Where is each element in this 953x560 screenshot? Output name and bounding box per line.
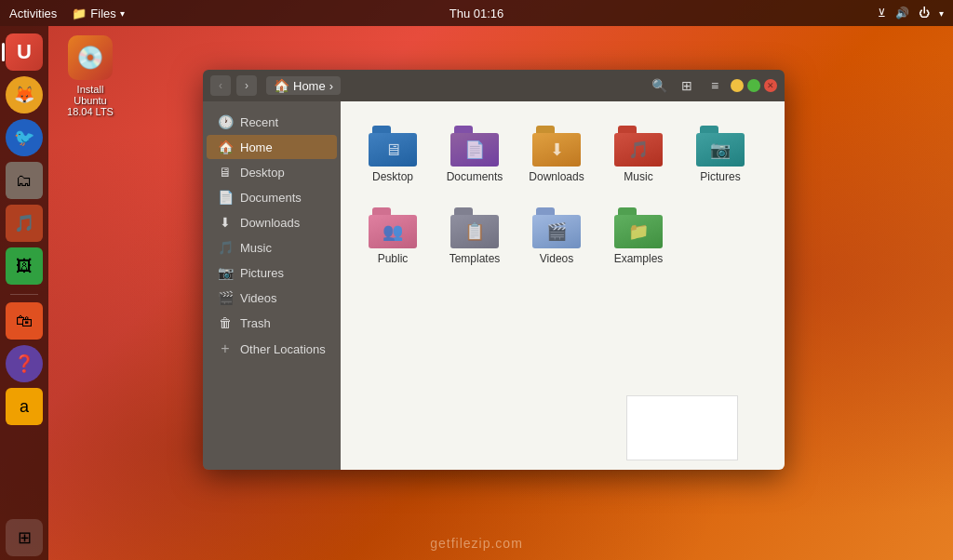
folder-templates-label: Templates: [450, 252, 501, 265]
topbar: Activities 📁 Files ▾ Thu 01:16 ⊻ 🔊 ⏻ ▾: [0, 0, 953, 26]
pictures-icon: 📷: [218, 265, 233, 280]
dock-item-software[interactable]: 🛍: [6, 302, 43, 340]
sidebar-item-documents-label: Documents: [240, 191, 302, 205]
folder-music[interactable]: 🎵 Music: [601, 116, 676, 191]
sidebar-item-home[interactable]: 🏠 Home: [207, 135, 337, 159]
folder-examples-label: Examples: [614, 252, 664, 265]
network-icon[interactable]: ⊻: [878, 7, 886, 20]
sidebar-item-music-label: Music: [240, 241, 272, 255]
sidebar-item-other-locations[interactable]: + Other Locations: [207, 336, 337, 362]
sidebar-item-music[interactable]: 🎵 Music: [207, 235, 337, 260]
window-body: 🕐 Recent 🏠 Home 🖥 Desktop 📄 Documents ⬇ …: [203, 101, 785, 470]
sidebar: 🕐 Recent 🏠 Home 🖥 Desktop 📄 Documents ⬇ …: [203, 101, 341, 470]
show-apps-button[interactable]: ⊞: [6, 519, 43, 556]
home-sidebar-icon: 🏠: [218, 140, 233, 154]
folder-pictures-label: Pictures: [700, 170, 740, 183]
close-button[interactable]: ✕: [764, 79, 777, 92]
sidebar-item-pictures[interactable]: 📷 Pictures: [207, 260, 337, 285]
dock-item-ubuntu[interactable]: U: [6, 33, 43, 71]
sidebar-item-home-label: Home: [240, 140, 273, 154]
dock-item-thunderbird[interactable]: 🐦: [6, 119, 43, 156]
plus-icon: +: [218, 340, 233, 357]
home-icon: 🏠: [274, 78, 289, 93]
sidebar-item-trash[interactable]: 🗑 Trash: [207, 311, 337, 335]
downloads-icon: ⬇: [218, 215, 233, 230]
sidebar-item-desktop-label: Desktop: [240, 166, 285, 180]
view-toggle-button[interactable]: ⊞: [675, 73, 699, 98]
files-menu-icon: 📁: [72, 7, 87, 20]
folder-public[interactable]: 👥 Public: [356, 198, 430, 273]
sidebar-item-recent-label: Recent: [240, 115, 278, 129]
folder-examples-icon: 📁: [614, 207, 663, 248]
folder-templates[interactable]: 📋 Templates: [437, 198, 512, 273]
folder-documents[interactable]: 📄 Documents: [437, 116, 512, 191]
file-manager-window: ‹ › 🏠 Home › 🔍 ⊞ ≡ ✕ 🕐 Recent 🏠: [203, 70, 785, 470]
folder-videos[interactable]: 🎬 Videos: [519, 198, 594, 273]
sidebar-item-desktop[interactable]: 🖥 Desktop: [207, 160, 337, 184]
files-menu-arrow: ▾: [120, 8, 125, 19]
sidebar-item-downloads-label: Downloads: [240, 216, 300, 230]
dock-divider: [10, 294, 38, 295]
dock-item-help[interactable]: ❓: [6, 345, 43, 382]
folder-examples[interactable]: 📁 Examples: [601, 198, 676, 273]
breadcrumb-label: Home: [293, 79, 326, 93]
sidebar-item-downloads[interactable]: ⬇ Downloads: [207, 210, 337, 234]
folder-music-label: Music: [624, 170, 652, 183]
dock-item-amazon[interactable]: a: [6, 388, 43, 425]
sidebar-item-videos[interactable]: 🎬 Videos: [207, 286, 337, 310]
clock: Thu 01:16: [450, 7, 504, 20]
breadcrumb[interactable]: 🏠 Home ›: [266, 76, 341, 95]
folder-downloads-icon: ⬇: [532, 126, 581, 167]
folder-desktop-label: Desktop: [372, 170, 413, 183]
folder-pictures-icon: 📷: [696, 126, 745, 167]
power-icon[interactable]: ⏻: [919, 7, 930, 20]
install-ubuntu-icon-img: 💿: [68, 35, 113, 80]
folder-downloads-label: Downloads: [529, 170, 584, 183]
files-menu[interactable]: 📁 Files ▾: [72, 7, 124, 20]
sound-icon[interactable]: 🔊: [895, 7, 909, 20]
files-menu-label: Files: [90, 7, 115, 20]
install-ubuntu-label: Install Ubuntu 18.04 LTS: [67, 84, 114, 117]
maximize-button[interactable]: [747, 79, 760, 92]
sidebar-item-trash-label: Trash: [240, 316, 271, 330]
sidebar-item-videos-label: Videos: [240, 291, 277, 305]
dock-item-photos[interactable]: 🖼: [6, 247, 43, 285]
activities-button[interactable]: Activities: [9, 7, 57, 20]
folder-desktop-icon: 🖥: [369, 126, 417, 167]
menu-button[interactable]: ≡: [703, 73, 727, 98]
sidebar-item-recent[interactable]: 🕐 Recent: [207, 110, 337, 134]
back-button[interactable]: ‹: [210, 75, 231, 96]
breadcrumb-arrow: ›: [329, 79, 333, 93]
folder-pictures[interactable]: 📷 Pictures: [683, 116, 758, 191]
sidebar-item-documents[interactable]: 📄 Documents: [207, 185, 337, 209]
recent-icon: 🕐: [218, 114, 233, 129]
white-box: [626, 395, 738, 460]
forward-button[interactable]: ›: [236, 75, 257, 96]
sidebar-item-pictures-label: Pictures: [240, 266, 284, 280]
file-grid: 🖥 Desktop 📄 Documents: [356, 116, 770, 273]
sidebar-item-other-locations-label: Other Locations: [240, 342, 326, 356]
dock: U 🦊 🐦 🗂 🎵 🖼 🛍 ❓ a ⊞: [0, 26, 48, 560]
videos-icon: 🎬: [218, 290, 233, 305]
search-button[interactable]: 🔍: [647, 73, 671, 98]
dock-item-firefox[interactable]: 🦊: [6, 76, 43, 113]
folder-documents-icon: 📄: [450, 126, 499, 167]
folder-music-icon: 🎵: [614, 126, 663, 167]
folder-videos-icon: 🎬: [532, 207, 581, 248]
folder-desktop[interactable]: 🖥 Desktop: [356, 116, 430, 191]
minimize-button[interactable]: [731, 79, 744, 92]
music-icon: 🎵: [218, 240, 233, 255]
dock-item-files[interactable]: 🗂: [6, 162, 43, 199]
dock-item-music[interactable]: 🎵: [6, 205, 43, 242]
desktop-icon-sidebar: 🖥: [218, 165, 233, 180]
folder-downloads[interactable]: ⬇ Downloads: [519, 116, 594, 191]
folder-public-icon: 👥: [369, 207, 417, 248]
folder-videos-label: Videos: [540, 252, 573, 265]
install-ubuntu-icon[interactable]: 💿 Install Ubuntu 18.04 LTS: [58, 35, 123, 117]
watermark: getfilezip.com: [430, 536, 523, 551]
folder-documents-label: Documents: [447, 170, 503, 183]
window-actions: 🔍 ⊞ ≡ ✕: [647, 73, 777, 98]
trash-icon: 🗑: [218, 315, 233, 330]
settings-arrow[interactable]: ▾: [939, 8, 944, 19]
folder-public-label: Public: [378, 252, 409, 265]
